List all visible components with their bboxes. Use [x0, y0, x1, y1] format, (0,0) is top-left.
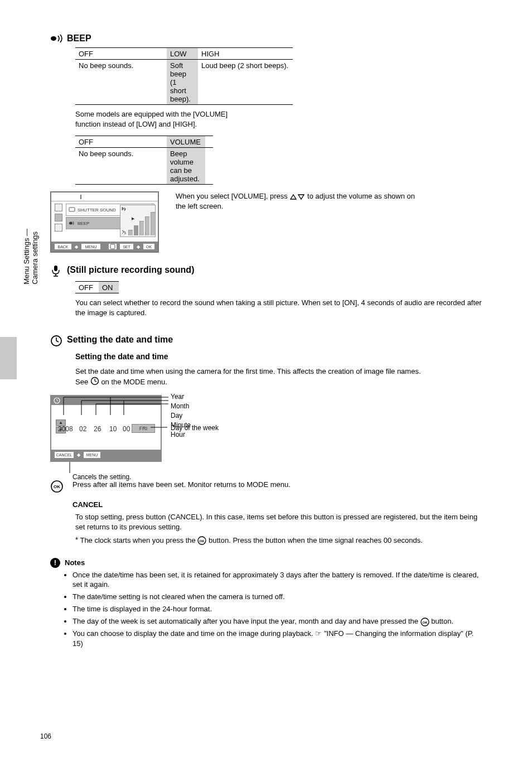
- dt-cancel-btn: CANCEL: [55, 452, 74, 458]
- mic-title: (Still picture recording sound): [67, 265, 194, 275]
- note-2: The date/time setting is not cleared whe…: [72, 592, 482, 602]
- leg-year: Year: [171, 393, 191, 401]
- svg-text:OK: OK: [54, 484, 60, 489]
- setdate-desc: Setting the date and time: [75, 352, 482, 361]
- dt-day: 26: [94, 425, 101, 433]
- note-3: The time is displayed in the 24-hour for…: [72, 604, 482, 614]
- datetime-screenshot: ▲ ▼ 2008 02 26 10 00 FRI CANCEL ◆ MENU: [50, 395, 162, 462]
- mic-on: ON: [99, 282, 119, 293]
- setdate-title: Setting the date and time: [67, 335, 173, 345]
- beep-high-desc: Loud beep (2 short beeps).: [198, 60, 293, 105]
- updown-icon: [289, 192, 307, 200]
- dt-menu-btn: MENU: [84, 452, 100, 458]
- dt-month: 02: [79, 425, 86, 433]
- note-1: Once the date/time has been set, it is r…: [72, 570, 482, 590]
- svg-text:OK: OK: [200, 539, 205, 543]
- leg-hour: Hour: [171, 431, 191, 439]
- ok-button-icon: OK: [50, 480, 67, 495]
- mic-options-table: OFF ON: [75, 281, 119, 293]
- beep-off2-label: OFF: [75, 136, 167, 148]
- beep-low-desc: Soft beep (1 short beep).: [167, 60, 198, 105]
- note-4b: button.: [431, 617, 453, 625]
- beep-title: BEEP: [67, 33, 91, 44]
- beep-off2-desc: No beep sounds.: [75, 148, 167, 185]
- dt-minute: 00: [123, 425, 130, 433]
- note-5: You can choose to display the date and t…: [72, 629, 482, 649]
- leg-day: Day: [171, 412, 191, 420]
- lcd-menu-shutter: SHUTTER SOUND: [78, 208, 116, 213]
- clock-inline-icon: [90, 378, 101, 386]
- svg-line-9: [56, 341, 59, 342]
- mic-off: OFF: [75, 282, 99, 293]
- page-number: 106: [40, 732, 51, 740]
- beep-volume-instruction: When you select [VOLUME], press to adjus…: [176, 191, 424, 211]
- mic-description: You can select whether to record the sou…: [75, 298, 482, 318]
- dt-weekday: FRI: [132, 424, 155, 433]
- svg-text:OK: OK: [422, 621, 428, 624]
- beep-volume-table: OFF VOLUME No beep sounds. Beep volume c…: [75, 136, 213, 185]
- cancel-text: To stop setting, press button (CANCEL). …: [75, 513, 477, 531]
- lcd-card-icon: [109, 244, 117, 249]
- leg-weekday: Day of the week: [171, 424, 219, 432]
- lcd-ok: OK: [143, 244, 154, 249]
- beep-options-table: OFF LOW HIGH No beep sounds. Soft beep (…: [75, 47, 293, 105]
- cancel-label: CANCEL: [72, 500, 103, 509]
- beep-off-desc: No beep sounds.: [75, 60, 167, 105]
- exclamation-icon: !: [50, 558, 60, 568]
- beep-low-label: LOW: [167, 48, 198, 60]
- notes-title: Notes: [65, 558, 85, 567]
- lcd-menu: MENU: [81, 244, 100, 249]
- setdate-body2: See: [75, 378, 90, 386]
- svg-line-15: [57, 401, 58, 401]
- leg-cancel: Cancels the setting.: [72, 473, 131, 481]
- dt-hour: 10: [109, 425, 117, 433]
- svg-rect-4: [54, 266, 57, 271]
- beep-vol-desc: Beep volume can be adjusted.: [167, 148, 205, 185]
- ok-note-star: * The clock starts when you press the OK…: [75, 536, 423, 544]
- setdate-body3: on the MODE menu.: [101, 378, 167, 386]
- ok-text: Press after all items have been set. Mon…: [72, 480, 291, 489]
- note-4a: The day of the week is set automatically…: [72, 617, 420, 625]
- svg-point-2: [69, 222, 72, 225]
- dt-year: 2008: [58, 425, 73, 433]
- beep-icon: [50, 33, 67, 45]
- lcd-menu-beep: BEEP: [78, 221, 89, 226]
- clock-icon: [50, 335, 67, 349]
- lcd-set: SET: [120, 244, 133, 249]
- svg-line-12: [95, 381, 96, 382]
- leg-month: Month: [171, 402, 191, 411]
- beep-vol-label: VOLUME: [167, 136, 205, 148]
- notes-list: Once the date/time has been set, it is r…: [65, 570, 482, 649]
- svg-point-0: [51, 36, 56, 41]
- svg-rect-3: [110, 244, 115, 249]
- note-4: The day of the week is set automatically…: [72, 616, 482, 626]
- beep-volume-screenshot: SHUTTER SOUND BEEP: [50, 191, 159, 253]
- vol-t1: When you select [VOLUME], press: [176, 192, 289, 200]
- beep-high-label: HIGH: [198, 48, 293, 60]
- beep-off-label: OFF: [75, 48, 167, 60]
- setdate-body1: Set the date and time when using the cam…: [75, 367, 421, 375]
- beep-between-note: Some models are equipped with the [VOLUM…: [75, 109, 234, 129]
- svg-rect-1: [69, 208, 75, 211]
- lcd-back: BACK: [55, 244, 71, 249]
- microphone-icon: [50, 265, 67, 279]
